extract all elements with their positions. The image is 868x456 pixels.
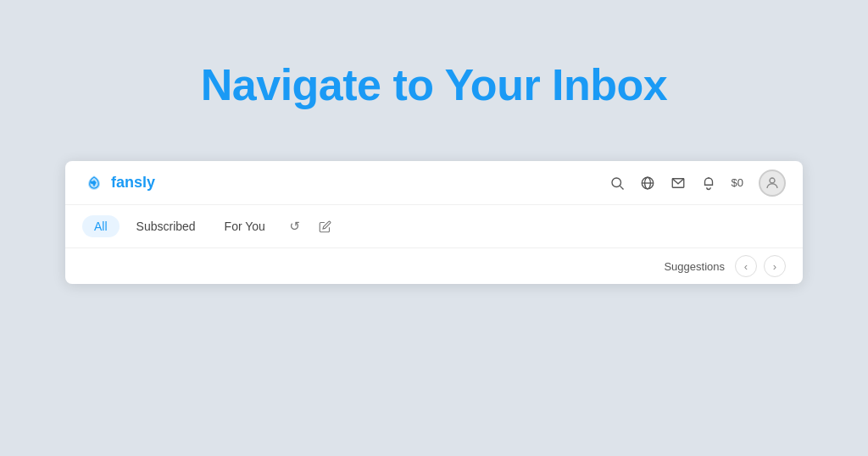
logo-text: fansly (111, 174, 155, 192)
refresh-button[interactable]: ↻ (282, 214, 308, 239)
search-icon[interactable] (609, 175, 625, 191)
edit-button[interactable] (313, 214, 338, 239)
refresh-icon: ↻ (289, 219, 300, 234)
suggestions-row: Suggestions ‹ › (65, 248, 803, 284)
tab-subscribed[interactable]: Subscribed (125, 215, 208, 237)
pencil-icon (319, 220, 331, 233)
svg-point-8 (770, 178, 775, 183)
suggestions-next-button[interactable]: › (764, 255, 786, 277)
browser-card: fansly $0 (65, 161, 803, 284)
balance-badge[interactable]: $0 (732, 176, 743, 189)
tabs-row: All Subscribed For You ↻ (65, 205, 803, 248)
svg-point-1 (612, 178, 621, 187)
logo-area: fansly (82, 171, 155, 195)
page-title: Navigate to Your Inbox (201, 59, 668, 110)
nav-icons: $0 (609, 170, 786, 197)
globe-icon[interactable] (640, 175, 655, 191)
suggestions-prev-button[interactable]: ‹ (735, 255, 757, 277)
suggestions-label: Suggestions (664, 260, 725, 273)
svg-line-2 (620, 186, 623, 189)
tab-all[interactable]: All (82, 215, 120, 237)
nav-bar: fansly $0 (65, 161, 803, 205)
mail-icon[interactable] (670, 175, 686, 191)
chevron-right-icon: › (773, 260, 776, 273)
chevron-left-icon: ‹ (744, 260, 748, 273)
fansly-logo-icon (82, 171, 106, 195)
user-avatar[interactable] (759, 170, 786, 197)
svg-point-0 (91, 181, 94, 184)
bell-icon[interactable] (701, 175, 716, 191)
tab-for-you[interactable]: For You (213, 215, 277, 237)
